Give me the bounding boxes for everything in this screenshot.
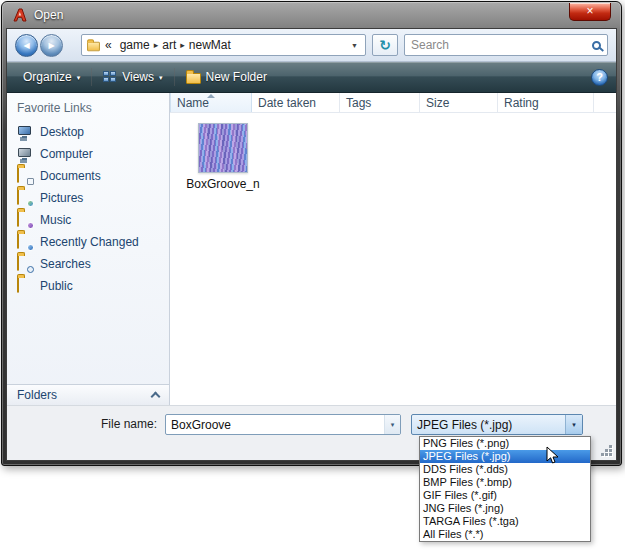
- column-header-tags[interactable]: Tags: [340, 93, 420, 112]
- file-item[interactable]: BoxGroove_n: [184, 123, 262, 191]
- breadcrumb-item-game[interactable]: game: [116, 38, 154, 52]
- sidebar-item-label: Pictures: [40, 191, 83, 205]
- column-header-name[interactable]: Name: [170, 93, 252, 112]
- file-type-combo[interactable]: JPEG Files (*.jpg) ▾: [411, 414, 583, 435]
- new-folder-button[interactable]: New Folder: [178, 66, 275, 88]
- column-header-size[interactable]: Size: [420, 93, 498, 112]
- breadcrumb-dropdown-icon[interactable]: ▼: [348, 42, 361, 49]
- breadcrumb[interactable]: « game ▸ art ▸ newMat ▼: [81, 34, 366, 56]
- forward-button[interactable]: ▶: [40, 34, 63, 57]
- file-type-dropdown-list: PNG Files (*.png) JPEG Files (*.jpg) DDS…: [419, 436, 591, 542]
- open-dialog: Open × ◀ ▶ « game ▸ art ▸ newMat ▼: [1, 1, 622, 466]
- breadcrumb-item-art[interactable]: art: [158, 38, 180, 52]
- sidebar-item-music[interactable]: Music: [7, 209, 169, 231]
- command-toolbar: Organize ▾ Views ▾ New Folder ?: [7, 62, 616, 93]
- resize-grip[interactable]: [601, 445, 614, 458]
- screen: Open × ◀ ▶ « game ▸ art ▸ newMat ▼: [0, 0, 625, 554]
- refresh-button[interactable]: ↻: [372, 34, 398, 56]
- sidebar-item-label: Searches: [40, 257, 91, 271]
- organize-button[interactable]: Organize ▾: [15, 66, 88, 88]
- chevron-down-icon: ▾: [159, 74, 163, 82]
- search-icon[interactable]: [592, 41, 601, 50]
- file-type-option[interactable]: BMP Files (*.bmp): [420, 476, 590, 489]
- navigation-bar: ◀ ▶ « game ▸ art ▸ newMat ▼ ↻: [7, 29, 616, 62]
- file-type-dropdown-icon[interactable]: ▾: [565, 415, 582, 434]
- file-thumbnail-normal-map[interactable]: [198, 123, 248, 173]
- sidebar-item-documents[interactable]: Documents: [7, 165, 169, 187]
- sidebar-item-label: Music: [40, 213, 71, 227]
- window-title: Open: [34, 8, 63, 22]
- folders-expander[interactable]: Folders: [7, 384, 169, 405]
- sidebar-item-public[interactable]: Public: [7, 275, 169, 297]
- column-label: Size: [426, 96, 449, 110]
- file-type-option[interactable]: TARGA Files (*.tga): [420, 515, 590, 528]
- column-header-rating[interactable]: Rating: [498, 93, 594, 112]
- column-header-date-taken[interactable]: Date taken: [252, 93, 340, 112]
- titlebar[interactable]: Open ×: [2, 2, 621, 28]
- back-button[interactable]: ◀: [15, 34, 38, 57]
- sidebar-item-label: Computer: [40, 147, 93, 161]
- file-name-field-label: File name:: [7, 414, 165, 435]
- column-label: Tags: [346, 96, 371, 110]
- sidebar-item-recently-changed[interactable]: Recently Changed: [7, 231, 169, 253]
- search-box[interactable]: [404, 34, 608, 56]
- main-area: Favorite Links Desktop Computer Document…: [7, 93, 616, 405]
- dialog-client: ◀ ▶ « game ▸ art ▸ newMat ▼ ↻: [6, 28, 617, 461]
- public-folder-icon: [17, 278, 33, 294]
- pictures-folder-icon: [17, 190, 33, 206]
- toolbar-separator: [91, 68, 92, 86]
- column-label: Date taken: [258, 96, 316, 110]
- sidebar-item-searches[interactable]: Searches: [7, 253, 169, 275]
- file-type-option[interactable]: GIF Files (*.gif): [420, 489, 590, 502]
- toolbar-separator: [174, 68, 175, 86]
- searches-icon: [17, 256, 33, 272]
- file-name-label: BoxGroove_n: [184, 177, 262, 191]
- file-type-option-selected[interactable]: JPEG Files (*.jpg): [420, 450, 590, 463]
- close-button[interactable]: ×: [569, 3, 611, 21]
- recently-changed-icon: [17, 234, 33, 250]
- views-grid-icon: [103, 71, 117, 83]
- mouse-cursor-icon: [546, 446, 560, 466]
- column-headers: Name Date taken Tags Size Rating: [170, 93, 616, 113]
- views-button[interactable]: Views ▾: [95, 66, 170, 88]
- folders-label: Folders: [17, 388, 57, 402]
- file-type-option[interactable]: JNG Files (*.jng): [420, 502, 590, 515]
- file-type-option[interactable]: PNG Files (*.png): [420, 437, 590, 450]
- breadcrumb-collapsed[interactable]: «: [101, 38, 116, 52]
- column-label: Rating: [504, 96, 539, 110]
- sidebar-item-pictures[interactable]: Pictures: [7, 187, 169, 209]
- file-name-input[interactable]: [166, 418, 384, 432]
- file-name-dropdown-icon[interactable]: ▾: [384, 415, 400, 434]
- sidebar-item-desktop[interactable]: Desktop: [7, 121, 169, 143]
- file-type-option[interactable]: DDS Files (*.dds): [420, 463, 590, 476]
- file-type-option[interactable]: All Files (*.*): [420, 528, 590, 541]
- column-label: Name: [177, 96, 209, 110]
- sidebar-item-label: Documents: [40, 169, 101, 183]
- documents-folder-icon: [17, 168, 33, 184]
- sidebar-item-label: Desktop: [40, 125, 84, 139]
- sidebar-item-label: Recently Changed: [40, 235, 139, 249]
- column-header-filler: [594, 93, 616, 112]
- help-button[interactable]: ?: [591, 69, 608, 86]
- folder-icon: [87, 42, 100, 51]
- file-list-area: Name Date taken Tags Size Rating BoxGroo…: [170, 93, 616, 405]
- app-icon: [12, 7, 28, 23]
- music-folder-icon: [17, 212, 33, 228]
- sidebar: Favorite Links Desktop Computer Document…: [7, 93, 170, 405]
- breadcrumb-item-newmat[interactable]: newMat: [185, 38, 235, 52]
- favorite-links-header: Favorite Links: [7, 93, 169, 121]
- new-folder-label: New Folder: [206, 70, 267, 84]
- search-input[interactable]: [411, 38, 588, 52]
- views-label: Views: [122, 70, 154, 84]
- sort-ascending-icon: [207, 94, 215, 98]
- file-type-value: JPEG Files (*.jpg): [412, 418, 565, 432]
- chevron-down-icon: ▾: [77, 74, 81, 82]
- new-folder-icon: [186, 73, 201, 84]
- chevron-up-icon: [151, 392, 161, 402]
- organize-label: Organize: [23, 70, 72, 84]
- file-name-combo[interactable]: ▾: [165, 414, 401, 435]
- desktop-icon: [17, 124, 33, 140]
- sidebar-item-computer[interactable]: Computer: [7, 143, 169, 165]
- computer-icon: [17, 146, 33, 162]
- sidebar-item-label: Public: [40, 279, 73, 293]
